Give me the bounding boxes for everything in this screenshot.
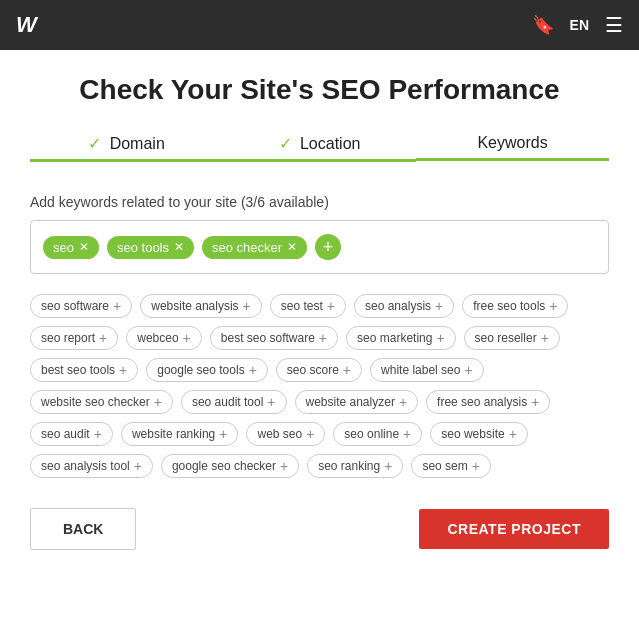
suggestion-text: website analyzer <box>306 395 395 409</box>
suggestion-add-icon: + <box>134 459 142 473</box>
suggestion-text: seo sem <box>422 459 467 473</box>
steps-nav: ✓ Domain ✓ Location Keywords <box>30 134 609 170</box>
suggestion-text: website analysis <box>151 299 238 313</box>
menu-icon[interactable]: ☰ <box>605 13 623 37</box>
tag-seo-close[interactable]: ✕ <box>79 241 89 253</box>
suggestion-tag[interactable]: seo score+ <box>276 358 362 382</box>
suggestion-tag[interactable]: free seo analysis+ <box>426 390 550 414</box>
suggestion-tag[interactable]: website seo checker+ <box>30 390 173 414</box>
suggestion-text: seo report <box>41 331 95 345</box>
suggestion-text: seo analysis tool <box>41 459 130 473</box>
suggestion-text: google seo tools <box>157 363 244 377</box>
tag-seo-tools-text: seo tools <box>117 240 169 255</box>
suggestion-text: seo reseller <box>475 331 537 345</box>
suggestion-tag[interactable]: google seo tools+ <box>146 358 268 382</box>
main-content: Check Your Site's SEO Performance ✓ Doma… <box>0 50 639 639</box>
suggestion-add-icon: + <box>549 299 557 313</box>
page-title: Check Your Site's SEO Performance <box>30 74 609 106</box>
suggestion-tag[interactable]: web seo+ <box>246 422 325 446</box>
suggestion-add-icon: + <box>435 299 443 313</box>
suggestion-tag[interactable]: seo report+ <box>30 326 118 350</box>
suggestion-text: seo analysis <box>365 299 431 313</box>
suggestion-text: google seo checker <box>172 459 276 473</box>
suggestion-add-icon: + <box>464 363 472 377</box>
suggestion-add-icon: + <box>343 363 351 377</box>
suggestion-tag[interactable]: seo marketing+ <box>346 326 456 350</box>
suggestion-add-icon: + <box>119 363 127 377</box>
suggestion-tag[interactable]: seo reseller+ <box>464 326 560 350</box>
create-project-button[interactable]: CREATE PROJECT <box>419 509 609 549</box>
suggestion-add-icon: + <box>436 331 444 345</box>
suggestion-add-icon: + <box>399 395 407 409</box>
suggestion-text: free seo analysis <box>437 395 527 409</box>
suggestion-tag[interactable]: seo sem+ <box>411 454 491 478</box>
suggestion-tag[interactable]: seo software+ <box>30 294 132 318</box>
suggestion-text: seo marketing <box>357 331 432 345</box>
suggestion-tag[interactable]: seo ranking+ <box>307 454 403 478</box>
suggestion-text: seo website <box>441 427 504 441</box>
suggestion-text: webceo <box>137 331 178 345</box>
suggestion-add-icon: + <box>541 331 549 345</box>
suggestion-add-icon: + <box>531 395 539 409</box>
suggestion-add-icon: + <box>509 427 517 441</box>
suggestion-tag[interactable]: seo analysis+ <box>354 294 454 318</box>
language-selector[interactable]: EN <box>570 17 589 33</box>
suggestion-tag[interactable]: seo audit tool+ <box>181 390 287 414</box>
suggestion-text: best seo tools <box>41 363 115 377</box>
tag-seo-checker-close[interactable]: ✕ <box>287 241 297 253</box>
suggestion-tag[interactable]: google seo checker+ <box>161 454 299 478</box>
suggestion-text: seo ranking <box>318 459 380 473</box>
tag-seo-tools[interactable]: seo tools ✕ <box>107 236 194 259</box>
suggestion-add-icon: + <box>267 395 275 409</box>
tag-seo-tools-close[interactable]: ✕ <box>174 241 184 253</box>
suggestion-add-icon: + <box>219 427 227 441</box>
back-button[interactable]: BACK <box>30 508 136 550</box>
suggestion-add-icon: + <box>384 459 392 473</box>
suggestion-tag[interactable]: seo test+ <box>270 294 346 318</box>
step-keywords: Keywords <box>416 134 609 170</box>
tag-seo-checker[interactable]: seo checker ✕ <box>202 236 307 259</box>
suggestion-text: free seo tools <box>473 299 545 313</box>
suggestion-text: seo test <box>281 299 323 313</box>
step-location-label: Location <box>300 135 361 152</box>
domain-underline <box>30 159 223 162</box>
suggestion-text: white label seo <box>381 363 460 377</box>
suggestion-tag[interactable]: website ranking+ <box>121 422 239 446</box>
suggestion-text: website ranking <box>132 427 215 441</box>
suggestion-text: seo software <box>41 299 109 313</box>
suggestion-add-icon: + <box>472 459 480 473</box>
suggestion-tag[interactable]: website analysis+ <box>140 294 262 318</box>
bookmark-icon[interactable]: 🔖 <box>532 14 554 36</box>
suggestion-tag[interactable]: free seo tools+ <box>462 294 568 318</box>
suggestion-tag[interactable]: white label seo+ <box>370 358 484 382</box>
step-keywords-label: Keywords <box>477 134 547 151</box>
tag-seo-text: seo <box>53 240 74 255</box>
step-location: ✓ Location <box>223 134 416 170</box>
suggestion-tag[interactable]: website analyzer+ <box>295 390 419 414</box>
suggestion-text: seo audit tool <box>192 395 263 409</box>
suggestion-tag[interactable]: seo audit+ <box>30 422 113 446</box>
suggestion-tag[interactable]: seo website+ <box>430 422 528 446</box>
app-header: W 🔖 EN ☰ <box>0 0 639 50</box>
suggestion-text: best seo software <box>221 331 315 345</box>
location-underline <box>223 159 416 162</box>
suggestion-add-icon: + <box>183 331 191 345</box>
suggestion-add-icon: + <box>319 331 327 345</box>
tag-seo-checker-text: seo checker <box>212 240 282 255</box>
header-right: 🔖 EN ☰ <box>532 13 623 37</box>
suggestion-tag[interactable]: best seo tools+ <box>30 358 138 382</box>
suggestion-add-icon: + <box>154 395 162 409</box>
suggestion-tag[interactable]: webceo+ <box>126 326 202 350</box>
suggestion-add-icon: + <box>306 427 314 441</box>
suggestion-tag[interactable]: best seo software+ <box>210 326 338 350</box>
suggestion-text: web seo <box>257 427 302 441</box>
tag-seo[interactable]: seo ✕ <box>43 236 99 259</box>
suggestion-tag[interactable]: seo online+ <box>333 422 422 446</box>
step-domain: ✓ Domain <box>30 134 223 170</box>
suggestion-text: seo score <box>287 363 339 377</box>
keywords-underline <box>416 158 609 161</box>
suggestion-tag[interactable]: seo analysis tool+ <box>30 454 153 478</box>
suggestion-add-icon: + <box>113 299 121 313</box>
add-keyword-button[interactable]: + <box>315 234 341 260</box>
keywords-input-box[interactable]: seo ✕ seo tools ✕ seo checker ✕ + <box>30 220 609 274</box>
